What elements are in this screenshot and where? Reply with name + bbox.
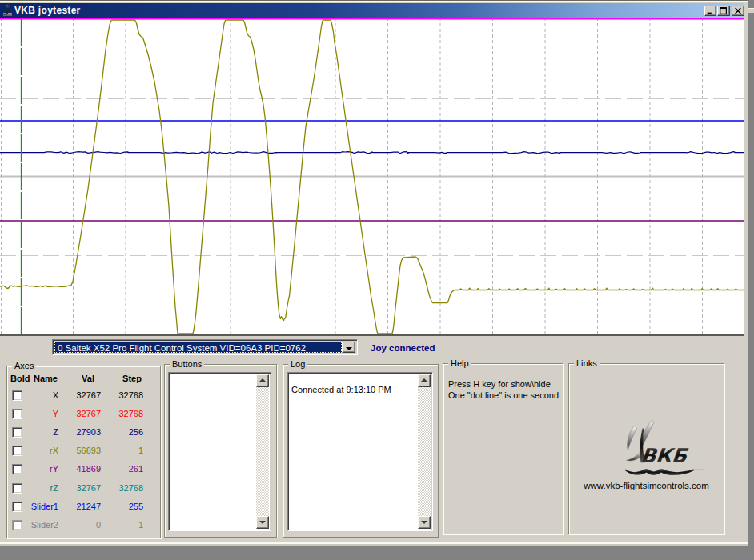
axis-row-rZ: rZ3276732768 bbox=[7, 480, 160, 498]
device-combobox[interactable]: 0 Saitek X52 Pro Flight Control System V… bbox=[52, 339, 358, 355]
scroll-up-button[interactable] bbox=[418, 374, 431, 387]
help-line-1: Press H key for show\hide bbox=[448, 378, 559, 390]
buttons-scrollbar[interactable] bbox=[256, 374, 269, 529]
arrow-up-icon bbox=[421, 378, 427, 382]
axis-row-Slider1: Slider121247255 bbox=[7, 498, 160, 517]
maximize-button[interactable] bbox=[717, 6, 730, 16]
maximize-icon bbox=[718, 6, 729, 15]
column-header-step: Step bbox=[109, 374, 155, 383]
arrow-down-icon bbox=[259, 521, 266, 524]
arrow-up-icon bbox=[259, 378, 266, 382]
axis-step-rY: 261 bbox=[91, 464, 143, 474]
close-icon bbox=[732, 6, 744, 15]
buttons-group-label: Buttons bbox=[170, 359, 204, 369]
axes-group: Axes Bold Name Val Step X3276732768Y3276… bbox=[6, 366, 161, 538]
axis-step-rZ: 32768 bbox=[91, 483, 143, 493]
joystick-icon bbox=[2, 4, 14, 17]
log-group: Log Connected at 9:13:10 PM bbox=[283, 364, 439, 538]
website-text[interactable]: www.vkb-flightsimcontrols.com bbox=[569, 481, 724, 490]
arrow-down-icon bbox=[421, 521, 427, 524]
scroll-down-button[interactable] bbox=[418, 516, 431, 529]
column-header-val: Val bbox=[65, 374, 111, 383]
links-group-label: Links bbox=[574, 358, 600, 368]
chart-canvas bbox=[0, 18, 744, 334]
help-line-2: One "dot line" is one second bbox=[448, 390, 559, 401]
axis-step-X: 32768 bbox=[91, 390, 143, 400]
close-button[interactable] bbox=[732, 6, 744, 16]
axes-group-label: Axes bbox=[12, 361, 36, 370]
window-title: VKB joytester bbox=[14, 5, 81, 16]
axis-row-Z: Z27903256 bbox=[7, 424, 160, 442]
scroll-up-button[interactable] bbox=[256, 374, 269, 387]
help-text: Press H key for show\hide One "dot line"… bbox=[448, 378, 559, 401]
axis-step-Y: 32768 bbox=[91, 409, 143, 418]
axis-step-rX: 1 bbox=[91, 446, 143, 455]
vkb-logo-text: ВКБ bbox=[640, 444, 690, 467]
axis-row-rX: rX566931 bbox=[7, 442, 160, 461]
joy-status-label: Joy connected bbox=[371, 343, 435, 353]
buttons-listbox[interactable] bbox=[168, 372, 271, 531]
combobox-dropdown-button[interactable] bbox=[342, 342, 355, 353]
column-header-bold: Bold bbox=[10, 374, 30, 383]
joystick-chart[interactable] bbox=[0, 18, 744, 334]
axis-row-Slider2: Slider201 bbox=[7, 517, 160, 535]
log-group-label: Log bbox=[288, 359, 307, 369]
help-group-label: Help bbox=[448, 358, 471, 368]
title-bar[interactable]: VKB joytester bbox=[0, 3, 744, 18]
axis-step-Slider1: 255 bbox=[91, 502, 143, 511]
trace-Z bbox=[0, 152, 744, 154]
axis-row-X: X3276732768 bbox=[7, 387, 160, 406]
desktop: VKB joytester 0 Saitek X52 Pro Flight Co… bbox=[0, 0, 754, 560]
log-scrollbar[interactable] bbox=[418, 374, 431, 529]
minimize-icon bbox=[705, 6, 716, 15]
axis-step-Z: 256 bbox=[91, 427, 143, 437]
background-window-edge bbox=[748, 8, 754, 13]
scroll-down-button[interactable] bbox=[256, 516, 269, 529]
log-entry[interactable]: Connected at 9:13:10 PM bbox=[291, 385, 391, 394]
minimize-button[interactable] bbox=[704, 6, 716, 16]
log-listbox[interactable]: Connected at 9:13:10 PM bbox=[287, 372, 433, 531]
window-frame-right-edge bbox=[748, 0, 748, 546]
control-panel: 0 Saitek X52 Pro Flight Control System V… bbox=[0, 336, 744, 542]
device-combobox-selection[interactable]: 0 Saitek X52 Pro Flight Control System V… bbox=[54, 342, 342, 353]
chevron-down-icon bbox=[346, 347, 352, 350]
app-window: VKB joytester 0 Saitek X52 Pro Flight Co… bbox=[0, 0, 748, 546]
axis-row-Y: Y3276732768 bbox=[7, 406, 160, 424]
window-frame-bottom-edge bbox=[0, 546, 748, 546]
vkb-logo: ВКБ bbox=[616, 420, 713, 482]
help-group: Help Press H key for show\hide One "dot … bbox=[443, 363, 563, 534]
links-group: Links ВКБ bbox=[568, 363, 724, 534]
column-header-name: Name bbox=[34, 374, 58, 383]
axis-step-Slider2: 1 bbox=[91, 520, 143, 530]
buttons-group: Buttons bbox=[164, 364, 277, 538]
axis-row-rY: rY41869261 bbox=[7, 461, 160, 479]
